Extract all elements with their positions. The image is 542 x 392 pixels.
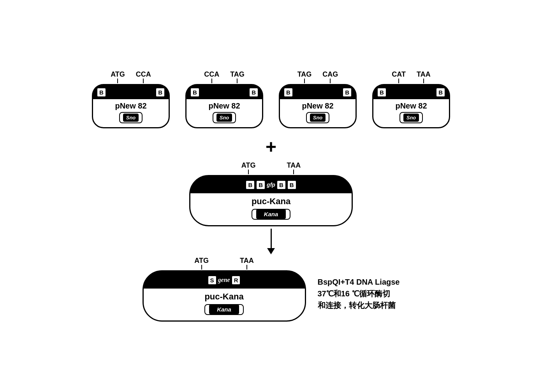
codon-tag-2: TAG <box>230 70 245 79</box>
annotation-block: BspQI+T4 DNA Liagse 37℃和16 ℃循环酶切 和连接，转化大… <box>318 276 400 311</box>
plasmid-body-4: B B pNew 82 Sno <box>372 84 450 128</box>
plasmid-body-2: B B pNew 82 Sno <box>185 84 263 128</box>
b-box-3a: B <box>284 88 293 97</box>
tick-4b <box>423 79 424 83</box>
middle-tick2 <box>293 170 294 174</box>
sno-label-1: Sno <box>123 114 139 122</box>
plasmid-name-1: pNew 82 <box>115 102 146 110</box>
result-codon2: TAA <box>240 257 254 265</box>
sno-label-4: Sno <box>403 114 419 122</box>
result-b-box-1: S <box>208 276 216 285</box>
sno-label-2: Sno <box>216 114 232 122</box>
result-row: ATG TAA S gene R puc-Kana Kana <box>143 257 400 322</box>
sno-box-2: Sno <box>213 112 236 123</box>
middle-plasmid-name: puc-Kana <box>252 196 290 206</box>
tick-1a <box>117 79 118 83</box>
plasmid-name-4: pNew 82 <box>395 102 427 110</box>
insert-bar-3: B B <box>280 85 355 99</box>
tick-1b <box>143 79 144 83</box>
plasmid-3: TAG CAG B B pNew 82 Sno <box>279 70 357 128</box>
plasmid-body-1: B B pNew 82 Sno <box>92 84 170 128</box>
middle-insert-bar: B B gfp B B <box>190 176 352 193</box>
plasmid-name-2: pNew 82 <box>208 102 240 110</box>
plus-sign: + <box>266 136 276 158</box>
b-box-2b: B <box>249 88 258 97</box>
tick-4a <box>398 79 399 83</box>
middle-codon2: TAA <box>287 161 301 170</box>
sno-box-1: Sno <box>119 112 143 123</box>
b-box-4b: B <box>436 88 445 97</box>
result-tick1 <box>201 265 202 270</box>
sno-box-4: Sno <box>399 112 423 123</box>
codon-cat-4: CAT <box>392 70 406 79</box>
tick-2a <box>211 79 212 83</box>
result-plasmid-name: puc-Kana <box>204 292 243 302</box>
b-box-3b: B <box>343 88 352 97</box>
insert-bar-1: B B <box>93 85 169 99</box>
codon-tag-3: TAG <box>297 70 312 79</box>
plasmid-4: CAT TAA B B pNew 82 Sno <box>372 70 450 128</box>
codon-cca-2: CCA <box>204 70 219 79</box>
plasmid-2: CCA TAG B B pNew 82 Sno <box>185 70 263 128</box>
b-box-2a: B <box>190 88 199 97</box>
b-box-1a: B <box>97 88 106 97</box>
annotation-line2: 37℃和16 ℃循环酶切 <box>318 288 400 299</box>
middle-tick1 <box>248 170 249 174</box>
b-box-1b: B <box>156 88 165 97</box>
codon-cag-3: CAG <box>322 70 338 79</box>
middle-kana-box: Kana <box>252 209 291 220</box>
result-plasmid: ATG TAA S gene R puc-Kana Kana <box>143 257 306 322</box>
b-box-4a: B <box>377 88 386 97</box>
gene-text: gene <box>218 276 230 284</box>
result-tick2 <box>246 265 247 270</box>
middle-b-box-3: B <box>277 180 286 189</box>
plasmid-name-3: pNew 82 <box>302 102 333 110</box>
codon-atg-1: ATG <box>111 70 125 79</box>
middle-kana-label: Kana <box>256 209 286 219</box>
insert-bar-4: B B <box>373 85 449 99</box>
sno-box-3: Sno <box>306 112 330 123</box>
codon-taa-4: TAA <box>417 70 431 79</box>
insert-bar-2: B B <box>187 85 262 99</box>
plasmid-body-3: B B pNew 82 Sno <box>279 84 357 128</box>
result-kana-label: Kana <box>209 304 239 314</box>
result-kana-box: Kana <box>204 304 244 315</box>
arrow-line <box>271 229 272 248</box>
middle-plasmid-body: B B gfp B B puc-Kana Kana <box>189 175 353 226</box>
tick-2b <box>237 79 238 83</box>
result-codon1: ATG <box>194 257 209 265</box>
middle-plasmid: ATG TAA B B gfp B B puc-Kana Kana <box>189 161 353 226</box>
middle-b-box-1: B <box>246 180 255 189</box>
result-insert-bar: S gene R <box>144 271 305 289</box>
arrow-head <box>267 248 275 254</box>
top-row: ATG CCA B B pNew 82 Sno <box>92 70 450 128</box>
result-plasmid-body: S gene R puc-Kana Kana <box>143 270 306 322</box>
tick-3b <box>330 79 331 83</box>
middle-b-box-2: B <box>256 180 265 189</box>
result-b-box-2: R <box>232 276 241 285</box>
annotation-line3: 和连接，转化大肠杆菌 <box>318 299 400 311</box>
middle-codon1: ATG <box>241 161 256 170</box>
gfp-text: gfp <box>267 182 275 188</box>
codon-cca-1: CCA <box>136 70 151 79</box>
main-diagram: ATG CCA B B pNew 82 Sno <box>57 70 485 322</box>
sno-label-3: Sno <box>310 114 326 122</box>
annotation-line1: BspQI+T4 DNA Liagse <box>318 276 400 288</box>
arrow-down <box>267 229 275 254</box>
tick-3a <box>304 79 305 83</box>
middle-b-box-4: B <box>287 180 296 189</box>
plasmid-1: ATG CCA B B pNew 82 Sno <box>92 70 170 128</box>
